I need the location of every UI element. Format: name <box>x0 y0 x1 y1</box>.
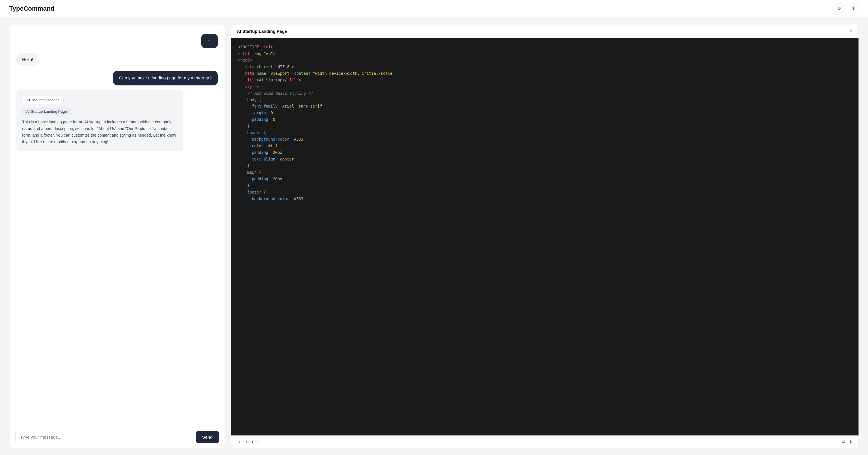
ai-card-body: This is a basic landing page for an AI s… <box>22 119 178 145</box>
message-row: Hello! <box>17 53 218 66</box>
code-footer: ‹ › 1 / 1 ⧉ ⬇ <box>231 435 859 448</box>
send-button[interactable]: Send <box>196 431 219 443</box>
close-code-panel-button[interactable]: × <box>849 29 853 34</box>
user-bubble: Can you make a landing page for my AI st… <box>113 71 218 86</box>
message-row: Hi <box>17 34 218 48</box>
chat-messages: Hi Hello! Can you make a landing page fo… <box>9 25 225 426</box>
sun-icon: ☀ <box>851 5 856 11</box>
code-area[interactable]: <!DOCTYPE html> <html lang="en"> <head> … <box>231 38 859 435</box>
message-text: Hi <box>208 38 212 43</box>
code-content: <!DOCTYPE html> <html lang="en"> <head> … <box>238 44 851 202</box>
app-header: TypeCommand ⚙ ☀ <box>0 0 868 17</box>
theme-toggle-button[interactable]: ☀ <box>848 3 859 14</box>
code-panel-title: AI Startup Landing Page <box>237 29 287 34</box>
message-text: Can you make a landing page for my AI st… <box>119 75 212 80</box>
title-badge-label: AI Startup Landing Page <box>26 109 67 113</box>
main-layout: Hi Hello! Can you make a landing page fo… <box>0 17 868 455</box>
ai-title-badge: AI Startup Landing Page <box>22 107 71 115</box>
message-row: Can you make a landing page for my AI st… <box>17 71 218 86</box>
app-logo: TypeCommand <box>9 5 54 12</box>
user-bubble: Hi <box>201 34 218 48</box>
prev-page-button[interactable]: ‹ <box>237 438 242 445</box>
download-code-button[interactable]: ⬇ <box>849 439 853 445</box>
message-row: AI Thought Process AI Startup Landing Pa… <box>17 90 218 151</box>
ai-thought-process-button[interactable]: AI Thought Process <box>22 96 64 104</box>
message-input[interactable] <box>15 431 193 443</box>
copy-code-button[interactable]: ⧉ <box>842 439 845 445</box>
page-indicator: 1 / 1 <box>251 440 259 444</box>
ai-response-card: AI Thought Process AI Startup Landing Pa… <box>17 90 183 151</box>
code-panel: AI Startup Landing Page × <!DOCTYPE html… <box>231 24 859 448</box>
header-icons: ⚙ ☀ <box>834 3 859 14</box>
next-page-button[interactable]: › <box>244 438 249 445</box>
gear-icon: ⚙ <box>837 5 841 11</box>
settings-button[interactable]: ⚙ <box>834 3 844 14</box>
code-panel-header: AI Startup Landing Page × <box>231 25 859 38</box>
assistant-bubble: Hello! <box>17 53 39 66</box>
thought-badge-label: AI Thought Process <box>27 98 59 102</box>
code-navigation: ‹ › 1 / 1 <box>237 438 259 445</box>
chat-panel: Hi Hello! Can you make a landing page fo… <box>9 24 225 448</box>
code-actions: ⧉ ⬇ <box>842 439 853 445</box>
chat-input-area: Send <box>9 426 225 448</box>
message-text: Hello! <box>22 57 33 62</box>
